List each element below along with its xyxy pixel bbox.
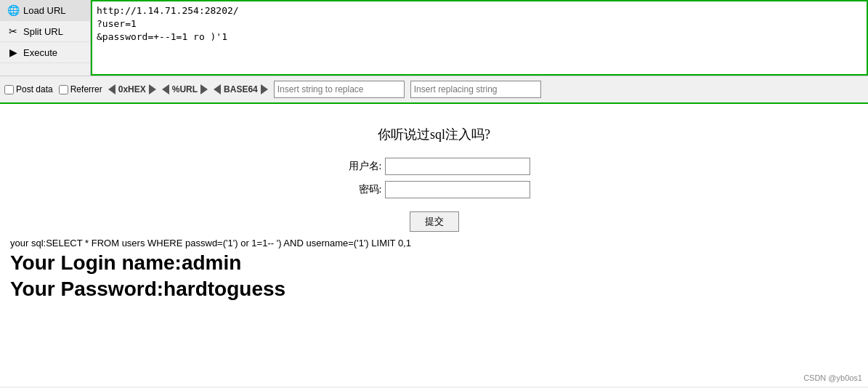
username-field[interactable] <box>385 158 530 175</box>
hex-label: 0xHEX <box>118 84 146 94</box>
toolbar-row1: 🌐 Load URL ✂ Split URL ▶ Execute http://… <box>0 0 868 76</box>
split-url-icon: ✂ <box>6 24 20 39</box>
hex-encode-group: 0xHEX <box>108 84 156 94</box>
referrer-checkbox[interactable] <box>59 85 68 94</box>
password-label: 密码: <box>338 183 382 196</box>
sql-output-area: your sql:SELECT * FROM users WHERE passw… <box>7 232 861 304</box>
split-url-button[interactable]: ✂ Split URL <box>0 21 90 42</box>
page-title: 你听说过sql注入吗? <box>378 126 490 143</box>
toolbar-row2: Post data Referrer 0xHEX %URL BASE64 <box>0 76 868 104</box>
load-url-icon: 🌐 <box>6 3 20 17</box>
webpage-simulation: 你听说过sql注入吗? 用户名: 密码: 提交 <box>7 111 861 232</box>
hex-right-arrow <box>149 84 156 94</box>
main-content: 你听说过sql注入吗? 用户名: 密码: 提交 your sql:SELECT … <box>0 104 868 387</box>
username-row: 用户名: <box>338 158 530 175</box>
replacing-string-input[interactable] <box>410 81 541 98</box>
referrer-label: Referrer <box>70 84 102 94</box>
toolbar-left: 🌐 Load URL ✂ Split URL ▶ Execute <box>0 0 91 76</box>
base64-encode-group: BASE64 <box>214 84 268 94</box>
execute-button[interactable]: ▶ Execute <box>0 42 90 63</box>
sql-query-text: your sql:SELECT * FROM users WHERE passw… <box>10 238 858 248</box>
login-name-text: Your Login name:admin <box>10 251 858 275</box>
url-left-arrow <box>162 84 169 94</box>
load-url-label: Load URL <box>23 5 66 16</box>
execute-icon: ▶ <box>6 45 20 60</box>
password-row: 密码: <box>338 181 530 198</box>
base64-right-arrow <box>261 84 268 94</box>
login-form: 用户名: 密码: <box>338 158 530 204</box>
password-field[interactable] <box>385 181 530 198</box>
split-url-label: Split URL <box>23 26 63 37</box>
load-url-button[interactable]: 🌐 Load URL <box>0 0 90 21</box>
post-data-checkbox[interactable] <box>4 85 14 94</box>
url-label: %URL <box>172 84 198 94</box>
hex-left-arrow <box>108 84 115 94</box>
base64-left-arrow <box>214 84 221 94</box>
base64-label: BASE64 <box>224 84 258 94</box>
url-input[interactable]: http://1.14.71.254:28202/ ?user=1 &passw… <box>91 0 868 76</box>
username-label: 用户名: <box>338 160 382 173</box>
url-right-arrow <box>200 84 208 94</box>
submit-button[interactable]: 提交 <box>410 211 459 232</box>
post-data-checkbox-label[interactable]: Post data <box>4 84 53 94</box>
login-pass-text: Your Password:hardtoguess <box>10 278 858 301</box>
referrer-checkbox-label[interactable]: Referrer <box>59 84 102 94</box>
execute-label: Execute <box>23 47 57 58</box>
watermark: CSDN @yb0os1 <box>803 373 862 382</box>
post-data-label: Post data <box>16 84 53 94</box>
replace-string-input[interactable] <box>274 81 405 98</box>
url-encode-group: %URL <box>162 84 208 94</box>
